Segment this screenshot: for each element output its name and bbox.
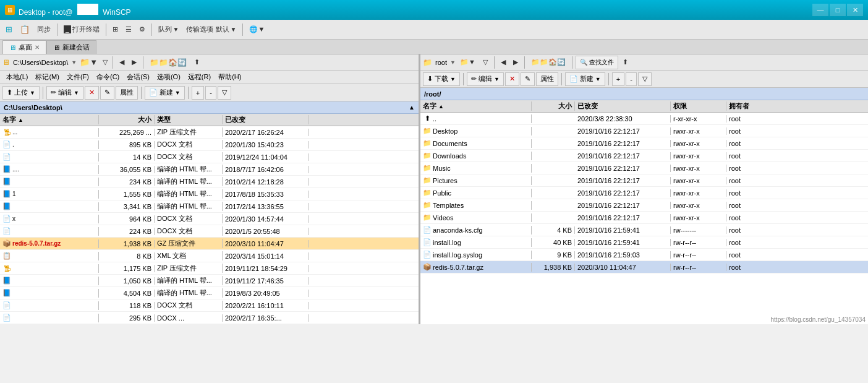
list-item[interactable]: 📄 295 KB DOCX ... 2020/2/17 16:35:... (0, 312, 419, 324)
list-item[interactable]: 📄 install.log 40 KB 2019/10/16 21:59:41 … (420, 236, 868, 249)
remote-filter-btn[interactable]: ▽ (480, 55, 491, 70)
toolbar-list-btn[interactable]: ☰ (122, 22, 135, 37)
menu-session[interactable]: 会话(S) (123, 71, 153, 84)
list-item[interactable]: 🗜 1,175 KB ZIP 压缩文件 2019/11/21 18:54:29 (0, 262, 419, 275)
list-item[interactable]: 📄 118 KB DOCX 文档 2020/2/21 16:10:11 (0, 299, 419, 312)
maximize-button[interactable]: □ (830, 4, 846, 16)
menu-remote[interactable]: 远程(R) (184, 71, 215, 84)
list-item[interactable]: 🗜 ... 225,269 ... ZIP 压缩文件 2020/2/17 16:… (0, 126, 419, 139)
list-item[interactable]: 📘 1 1,555 KB 编译的 HTML 帮... 2017/8/18 15:… (0, 188, 419, 200)
list-item-redis-local[interactable]: 📦 redis-5.0.7.tar.gz 1,938 KB GZ 压缩文件 20… (0, 238, 419, 250)
toolbar-queue-btn[interactable]: 队列 ▼ (155, 22, 182, 37)
list-item[interactable]: 📘 3,341 KB 编译的 HTML 帮... 2017/2/14 13:36… (0, 200, 419, 213)
list-item[interactable]: 📁 Documents 2019/10/16 22:12:17 rwxr-xr-… (420, 137, 868, 150)
local-delete-btn[interactable]: ✕ (85, 86, 99, 100)
menu-help[interactable]: 帮助(H) (215, 71, 245, 84)
minimize-button[interactable]: — (812, 4, 828, 16)
remote-back-btn[interactable]: ◀ (498, 55, 509, 70)
cfg-icon: 📄 (423, 226, 432, 235)
search-files-btn[interactable]: 🔍 查找文件 (576, 56, 618, 69)
local-current-path: C:\Users\ Desktop\ ▲ (0, 101, 419, 114)
local-nav-btns[interactable]: 📁📁🏠🔄 (147, 55, 190, 70)
remote-rename-btn[interactable]: ✎ (521, 72, 535, 86)
download-btn[interactable]: ⬇ 下载 ▼ (423, 72, 460, 86)
menu-mark[interactable]: 标记(M) (32, 71, 63, 84)
desktop-icon: 🖥 (9, 44, 16, 51)
local-props-btn[interactable]: 属性 (116, 86, 138, 100)
menu-command[interactable]: 命令(C) (93, 71, 123, 84)
col-header-date: 已改变 (223, 115, 309, 124)
local-cmd-bar: ⬆ 上传 ▼ ✏ 编辑 ▼ ✕ ✎ 属性 📄 新建 (0, 84, 419, 101)
chm-icon2: 📘 (2, 178, 11, 186)
tab-desktop[interactable]: 🖥 桌面 ✕ (2, 40, 46, 54)
remote-forward-btn[interactable]: ▶ (510, 55, 521, 70)
menu-file[interactable]: 文件(F) (63, 71, 93, 84)
tab-new-session[interactable]: 🖥 新建会话 (46, 40, 96, 54)
close-button[interactable]: ✕ (847, 4, 863, 16)
local-back-btn[interactable]: ◀ (116, 55, 127, 70)
local-new-btn[interactable]: 📄 新建 ▼ (145, 86, 185, 100)
toolbar-transfer-btn[interactable]: 传输选项 默认 ▼ (183, 22, 239, 37)
local-edit-btn[interactable]: ✏ 编辑 ▼ (46, 86, 83, 100)
list-item[interactable]: 📘 4,504 KB 编译的 HTML 帮... 2019/8/3 20:49:… (0, 287, 419, 299)
list-item[interactable]: 📄 x 964 KB DOCX 文档 2020/1/30 14:57:44 (0, 213, 419, 225)
upload-icon: ⬆ (7, 88, 12, 97)
toolbar-sync-btn[interactable]: 同步 (34, 22, 54, 37)
list-item[interactable]: 📄 224 KB DOCX 文档 2020/1/5 20:55:48 (0, 225, 419, 238)
folder-icon6: 📁 (423, 189, 432, 197)
col-header-size: 大小 (99, 115, 155, 124)
local-forward-btn[interactable]: ▶ (129, 55, 140, 70)
tab-close-btn[interactable]: ✕ (35, 44, 40, 51)
list-item[interactable]: 📘 1,050 KB 编译的 HTML 帮... 2019/11/2 17:46… (0, 275, 419, 287)
toolbar-new-btn[interactable]: ⊞ (2, 22, 15, 37)
list-item[interactable]: 📄 . 895 KB DOCX 文档 2020/1/30 15:40:23 (0, 139, 419, 151)
local-filter2-btn[interactable]: ▽ (218, 86, 231, 100)
list-item[interactable]: 📁 Desktop 2019/10/16 22:12:17 rwxr-xr-x … (420, 125, 868, 137)
remote-nav-btns[interactable]: 📁📁🏠🔄 (528, 55, 569, 70)
toolbar-network-btn[interactable]: 🌐▼ (246, 22, 268, 37)
upload-btn[interactable]: ⬆ 上传 ▼ (2, 86, 40, 100)
local-rename-btn[interactable]: ✎ (100, 86, 114, 100)
list-item-templates[interactable]: 📁 Templates 2019/10/16 22:12:17 rwxr-xr-… (420, 199, 868, 212)
local-extra-btn[interactable]: ⬆ (191, 55, 203, 70)
toolbar-options-btn[interactable]: ⚙ (136, 22, 148, 37)
remote-cmd-bar: ⬇ 下载 ▼ ✏ 编辑 ▼ ✕ ✎ 属性 📄 新建 (420, 71, 868, 88)
remote-minus-btn[interactable]: - (626, 72, 637, 86)
docx-icon5: 📄 (2, 301, 11, 310)
remote-folder-btn[interactable]: 📁▼ (457, 55, 479, 70)
list-item[interactable]: 📘 234 KB 编译的 HTML 帮... 2010/2/14 12:18:2… (0, 176, 419, 188)
local-folder-btn[interactable]: 📁▼ (78, 55, 100, 70)
list-item[interactable]: 📋 8 KB XML 文档 2020/3/14 15:01:14 (0, 250, 419, 262)
list-item[interactable]: 📄 anaconda-ks.cfg 4 KB 2019/10/16 21:59:… (420, 224, 868, 236)
toolbar-terminal-btn[interactable]: _ 打开终端 (61, 22, 103, 37)
list-item[interactable]: 📄 14 KB DOCX 文档 2019/12/24 11:04:04 (0, 151, 419, 163)
remote-edit-btn[interactable]: ✏ 编辑 ▼ (467, 72, 504, 86)
list-item[interactable]: 📘 .... 36,055 KB 编译的 HTML 帮... 2018/7/17… (0, 163, 419, 176)
remote-props-btn[interactable]: 属性 (536, 72, 558, 86)
remote-delete-btn[interactable]: ✕ (505, 72, 519, 86)
chm-icon6: 📘 (2, 289, 11, 298)
list-item[interactable]: 📁 Pictures 2019/10/16 22:12:17 rwxr-xr-x… (420, 174, 868, 187)
list-item[interactable]: 📁 Music 2019/10/16 22:12:17 rwxr-xr-x ro… (420, 162, 868, 174)
remote-plus-btn[interactable]: + (612, 72, 624, 86)
list-item[interactable]: 📁 Videos 2019/10/16 22:12:17 rwxr-xr-x r… (420, 212, 868, 224)
list-item-downloads[interactable]: 📁 Downloads 2019/10/16 22:12:17 rwxr-xr-… (420, 150, 868, 162)
local-plus-btn[interactable]: + (192, 86, 204, 100)
download-icon: ⬇ (427, 75, 433, 83)
remote-col-header-perm: 权限 (671, 101, 726, 111)
toolbar-icons-btn[interactable]: ⊞ (109, 22, 121, 37)
list-item-redis-remote[interactable]: 📦 redis-5.0.7.tar.gz 1,938 KB 2020/3/10 … (420, 261, 868, 273)
remote-file-list[interactable]: ⬆ .. 2020/3/8 22:38:30 r-xr-xr-x root 📁 … (420, 113, 868, 324)
local-file-list[interactable]: 🗜 ... 225,269 ... ZIP 压缩文件 2020/2/17 16:… (0, 126, 419, 324)
menu-options[interactable]: 选项(O) (153, 71, 184, 84)
toolbar-copy-btn[interactable]: 📋 (17, 22, 33, 37)
menu-local[interactable]: 本地(L) (2, 71, 32, 84)
list-item[interactable]: 📄 install.log.syslog 9 KB 2019/10/16 21:… (420, 249, 868, 261)
remote-filter2-btn[interactable]: ▽ (638, 72, 652, 86)
remote-extra-btn[interactable]: ⬆ (619, 55, 631, 70)
local-filter-btn[interactable]: ▽ (101, 55, 109, 70)
list-item[interactable]: ⬆ .. 2020/3/8 22:38:30 r-xr-xr-x root (420, 113, 868, 125)
remote-new-btn[interactable]: 📄 新建 ▼ (565, 72, 605, 86)
local-minus-btn[interactable]: - (205, 86, 216, 100)
list-item[interactable]: 📁 Public 2019/10/16 22:12:17 rwxr-xr-x r… (420, 187, 868, 199)
